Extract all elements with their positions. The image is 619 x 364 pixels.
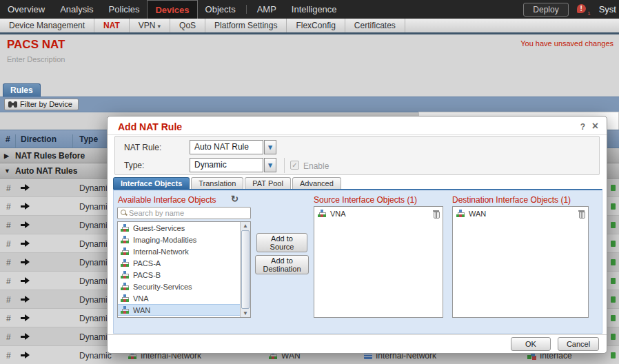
interface-group-icon (318, 210, 327, 218)
rule-number: # (6, 276, 11, 286)
list-item-pacs-a[interactable]: PACS-A (118, 257, 241, 269)
source-item-label: VNA (330, 210, 346, 218)
list-scrollbar[interactable]: ▲ ▼ (240, 222, 250, 317)
rule-number: # (6, 183, 11, 193)
list-item-imaging-modalities[interactable]: Imaging-Modalities (118, 234, 241, 245)
subnav-vpn[interactable]: VPN▾ (130, 19, 170, 32)
nav-intelligence[interactable]: Intelligence (284, 0, 345, 19)
enable-checkbox: ✓ (290, 161, 299, 170)
filter-by-device-button[interactable]: Filter by Device (4, 99, 79, 110)
description-placeholder[interactable]: Enter Description (7, 55, 65, 63)
title-divider (108, 134, 607, 135)
interface-group-icon (121, 294, 130, 303)
refresh-icon[interactable]: ↻ (231, 194, 239, 204)
tab-advanced[interactable]: Advanced (292, 177, 341, 189)
subnav-qos[interactable]: QoS (170, 19, 205, 32)
rules-toolbar (0, 97, 619, 112)
list-item-security-services[interactable]: Security-Services (118, 281, 241, 292)
nav-amp[interactable]: AMP (250, 0, 284, 19)
nav-devices[interactable]: Devices (147, 0, 197, 19)
destination-item-label: WAN (469, 210, 486, 218)
rule-status-icon (611, 259, 616, 265)
deploy-button[interactable]: Deploy (523, 3, 568, 17)
subnav-nat[interactable]: NAT (94, 19, 130, 32)
ok-button[interactable]: OK (511, 337, 551, 351)
tab-pat-pool[interactable]: PAT Pool (245, 177, 291, 189)
close-icon[interactable]: × (592, 120, 598, 132)
system-alert-icon[interactable]: ! 1 (577, 4, 591, 15)
direction-arrow-icon (21, 185, 30, 191)
rule-status-icon (611, 203, 616, 210)
col-number: # (6, 134, 10, 144)
interface-objects-panel: Available Interface Objects ↻ Guest-Serv… (113, 189, 602, 334)
direction-arrow-icon (21, 334, 30, 340)
rule-number: # (6, 351, 11, 361)
interface-group-icon (456, 210, 465, 218)
list-item-label: PACS-B (133, 271, 161, 279)
nav-policies[interactable]: Policies (101, 0, 148, 19)
interface-group-icon (121, 224, 130, 232)
collapsed-triangle-icon: ▶ (4, 148, 9, 163)
add-to-destination-button[interactable]: Add to Destination (255, 255, 309, 274)
subnav-device-management[interactable]: Device Management (0, 19, 94, 32)
nav-divider (246, 5, 247, 14)
available-objects-list: Guest-Services Imaging-Modalities Intern… (117, 221, 251, 318)
rule-status-icon (611, 278, 616, 284)
search-icon (121, 210, 128, 216)
rule-status-icon (611, 222, 616, 228)
scroll-up-icon[interactable]: ▲ (241, 223, 250, 229)
list-item-label: Guest-Services (133, 224, 185, 232)
interface-group-icon (121, 247, 130, 256)
help-icon[interactable]: ? (580, 122, 585, 132)
destination-objects-label: Destination Interface Objects (1) (452, 195, 571, 205)
direction-arrow-icon (21, 352, 30, 358)
nav-objects[interactable]: Objects (198, 0, 243, 19)
nav-overview[interactable]: Overview (0, 0, 52, 19)
subnav-platform-settings[interactable]: Platform Settings (205, 19, 287, 32)
list-item-label: Imaging-Modalities (133, 236, 196, 244)
scrollbar-thumb[interactable] (241, 230, 250, 309)
subnav-flexconfig[interactable]: FlexConfig (287, 19, 345, 32)
scroll-down-icon[interactable]: ▼ (241, 310, 250, 316)
interface-group-icon (121, 271, 130, 279)
list-item-wan[interactable]: WAN (118, 304, 241, 316)
list-item-internal-network[interactable]: Internal-Network (118, 245, 241, 257)
interface-group-icon (121, 236, 130, 244)
chevron-down-icon: ▾ (158, 23, 161, 30)
col-direction: Direction (21, 134, 57, 144)
delete-icon[interactable] (433, 210, 439, 217)
nat-rule-caret-icon[interactable]: ▾ (264, 140, 276, 154)
list-item-label: Internal-Network (133, 247, 189, 256)
nav-system[interactable]: Syst (599, 4, 616, 14)
destination-item-wan[interactable]: WAN (453, 207, 588, 221)
add-to-source-button[interactable]: Add to Source (256, 233, 307, 252)
tab-translation[interactable]: Translation (191, 177, 243, 189)
list-item-guest-services[interactable]: Guest-Services (118, 222, 241, 234)
search-input[interactable] (129, 208, 246, 218)
direction-arrow-icon (21, 278, 30, 284)
tab-rules[interactable]: Rules (3, 83, 41, 97)
rule-status-icon (611, 296, 616, 303)
source-item-vna[interactable]: VNA (314, 207, 443, 221)
column-divider (15, 134, 16, 148)
direction-arrow-icon (21, 296, 30, 303)
type-caret-icon[interactable]: ▾ (264, 158, 276, 172)
direction-arrow-icon (21, 203, 30, 210)
dialog-tabs: Interface Objects Translation PAT Pool A… (113, 177, 343, 189)
cancel-button[interactable]: Cancel (558, 337, 599, 351)
tab-interface-objects[interactable]: Interface Objects (113, 177, 190, 189)
nat-rule-select[interactable]: Auto NAT Rule (190, 140, 263, 154)
search-box (117, 207, 251, 219)
alert-count: 1 (587, 10, 590, 17)
firepower-nat-screen: Overview Analysis Policies Devices Objec… (0, 0, 619, 364)
type-select[interactable]: Dynamic (190, 158, 263, 172)
list-item-vna[interactable]: VNA (118, 292, 241, 304)
rule-number: # (6, 314, 11, 323)
delete-icon[interactable] (578, 210, 585, 217)
unsaved-changes-notice: You have unsaved changes (520, 39, 613, 48)
nav-analysis[interactable]: Analysis (52, 0, 101, 19)
footer-divider (108, 334, 607, 335)
available-objects-label: Available Interface Objects (118, 195, 216, 205)
subnav-certificates[interactable]: Certificates (345, 19, 405, 32)
list-item-pacs-b[interactable]: PACS-B (118, 269, 241, 281)
